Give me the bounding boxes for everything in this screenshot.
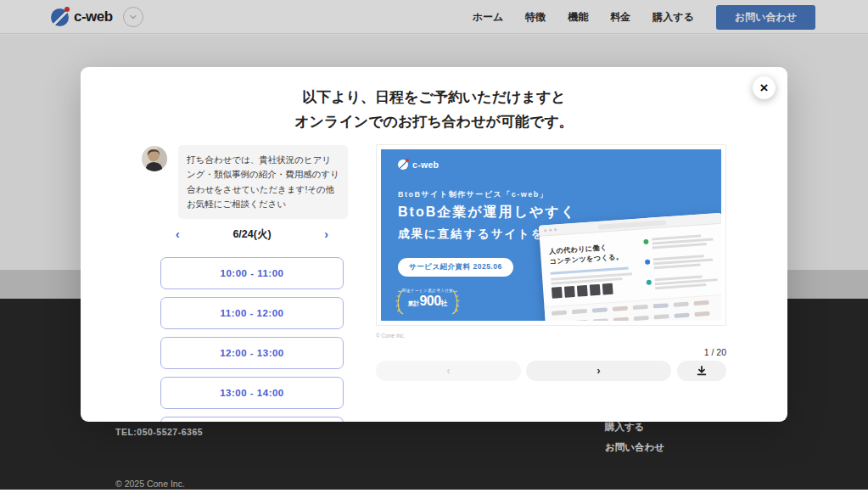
prev-date-icon[interactable]: ‹ (160, 225, 195, 244)
mockup-people-photos (552, 283, 613, 299)
slide-headline-2: 成果に直結するサイトを。 (398, 227, 557, 242)
slide-page-1: c-web BtoBサイト制作サービス「c-web」 BtoB企業が運用しやすく… (381, 149, 721, 321)
time-slot-list: 10:00 - 11:00 11:00 - 12:00 12:00 - 13:0… (160, 257, 344, 422)
document-viewer: c-web BtoBサイト制作サービス「c-web」 BtoB企業が運用しやすく… (376, 144, 726, 326)
viewer-copyright: © Cone Inc. (376, 333, 405, 339)
next-page-icon[interactable]: › (526, 361, 671, 381)
slide-logo: c-web (398, 160, 439, 170)
modal-title-line2: オンラインでのお打ち合わせが可能です。 (81, 110, 787, 135)
time-slot-partial[interactable] (160, 417, 344, 422)
page-indicator: 1 / 20 (599, 347, 726, 357)
staff-chat-bubble: 打ち合わせでは、貴社状況のヒアリング・類似事例の紹介・費用感のすり合わせをさせて… (178, 145, 348, 219)
close-icon[interactable]: × (753, 76, 776, 99)
laurel-achievement: 関連サービス累計導入社数 累計900社 (395, 287, 461, 317)
selected-date: 6/24(火) (232, 227, 271, 242)
booking-modal: × 以下より、日程をご予約いただけますと オンラインでのお打ち合わせが可能です。… (81, 67, 787, 422)
modal-title-line1: 以下より、日程をご予約いただけますと (81, 86, 787, 110)
mockup-logo-wall (544, 294, 721, 321)
modal-title: 以下より、日程をご予約いただけますと オンラインでのお打ち合わせが可能です。 (81, 86, 787, 135)
slide-logo-text: c-web (412, 160, 439, 170)
next-date-icon[interactable]: › (309, 225, 344, 244)
browser-mockup: 人の代わりに働く コンテンツをつくる。 (539, 213, 721, 321)
time-slot[interactable]: 13:00 - 14:00 (160, 377, 344, 409)
staff-avatar (142, 146, 167, 171)
bottom-strip (0, 490, 868, 493)
prev-page-icon[interactable]: ‹ (376, 361, 521, 381)
mockup-headline: 人の代わりに働く コンテンツをつくる。 (549, 242, 624, 267)
time-slot[interactable]: 10:00 - 11:00 (160, 257, 344, 289)
time-slot[interactable]: 11:00 - 12:00 (160, 297, 344, 329)
slide-headline-1: BtoB企業が運用しやすく (398, 204, 576, 221)
date-navigator: ‹ 6/24(火) › (160, 225, 344, 244)
slide-logo-icon (398, 160, 408, 170)
slide-badge: サービス紹介資料 2025.06 (398, 258, 513, 277)
time-slot[interactable]: 12:00 - 13:00 (160, 337, 344, 369)
download-icon[interactable] (677, 361, 726, 381)
slide-subtitle: BtoBサイト制作サービス「c-web」 (398, 189, 548, 200)
